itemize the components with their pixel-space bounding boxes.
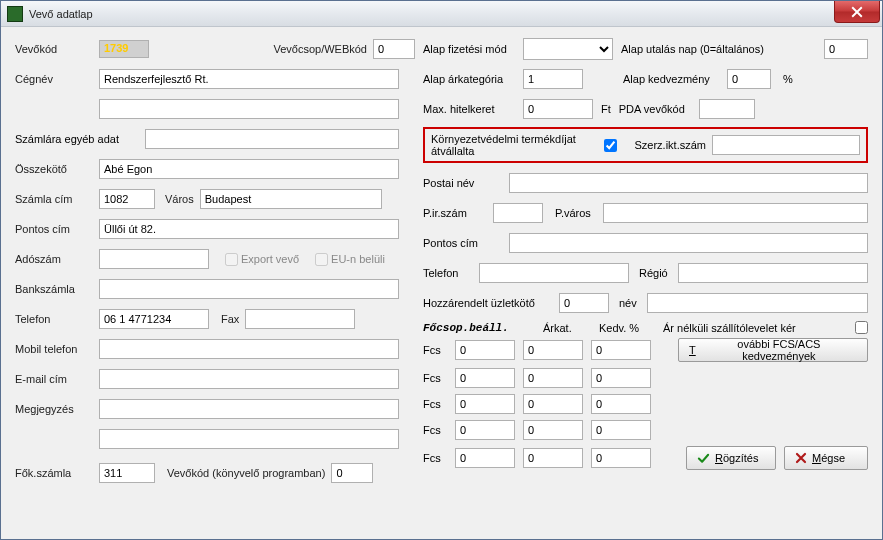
environmental-fee-box: Környezetvédelmi termékdíjat átvállalta …	[423, 127, 868, 163]
form-body: Vevőkód 1739 Vevőcsop/WEBkód Cégnév Szám…	[1, 27, 882, 537]
fcs-3-c-input[interactable]	[591, 420, 651, 440]
vevokod-label: Vevőkód	[15, 43, 99, 55]
max-hitel-input[interactable]	[523, 99, 593, 119]
percent-label: %	[771, 73, 793, 85]
varos-input[interactable]	[200, 189, 382, 209]
varos-label: Város	[155, 193, 200, 205]
szamla-irsz-input[interactable]	[99, 189, 155, 209]
korny-checkbox[interactable]	[604, 139, 617, 152]
p-pontos-cim-label: Pontos cím	[423, 237, 509, 249]
email-label: E-mail cím	[15, 373, 99, 385]
email-input[interactable]	[99, 369, 399, 389]
arkat-header: Árkat.	[543, 322, 589, 334]
fcs-3-label: Fcs	[423, 424, 447, 436]
arnelkuli-label: Ár nélküli szállítólevelet kér	[663, 322, 845, 334]
right-column: Alap fizetési mód Alap utalás nap (0=ált…	[423, 37, 868, 491]
alap-fiz-label: Alap fizetési mód	[423, 43, 523, 55]
export-vevo-label: Export vevő	[238, 253, 305, 265]
adoszam-label: Adószám	[15, 253, 99, 265]
fcs-2-a-input[interactable]	[455, 394, 515, 414]
arnelkuli-checkbox[interactable]	[855, 321, 868, 334]
mobil-input[interactable]	[99, 339, 399, 359]
tovabbi-fcs-button[interactable]: További FCS/ACS kedvezmények	[678, 338, 868, 362]
fcs-4-c-input[interactable]	[591, 448, 651, 468]
alap-utalas-label: Alap utalás nap (0=általános)	[621, 43, 824, 55]
fcs-3-a-input[interactable]	[455, 420, 515, 440]
r-telefon-input[interactable]	[479, 263, 629, 283]
fcs-0-b-input[interactable]	[523, 340, 583, 360]
eu-beluli-checkbox[interactable]	[315, 253, 328, 266]
megjegyzes2-input[interactable]	[99, 429, 399, 449]
fcs-0-c-input[interactable]	[591, 340, 651, 360]
fokszamla-input[interactable]	[99, 463, 155, 483]
alap-kedv-label: Alap kedvezmény	[623, 73, 727, 85]
eu-beluli-label: EU-n belüli	[328, 253, 391, 265]
p-pontos-cim-input[interactable]	[509, 233, 868, 253]
hozzarendelt-input[interactable]	[559, 293, 609, 313]
export-vevo-checkbox[interactable]	[225, 253, 238, 266]
pda-input[interactable]	[699, 99, 755, 119]
telefon-label: Telefon	[15, 313, 99, 325]
vevokod-konyvelo-input[interactable]	[331, 463, 373, 483]
kedv-header: Kedv. %	[599, 322, 653, 334]
bankszamla-label: Bankszámla	[15, 283, 99, 295]
fcs-0-a-input[interactable]	[455, 340, 515, 360]
fcs-3-b-input[interactable]	[523, 420, 583, 440]
szamla-egyeb-input[interactable]	[145, 129, 399, 149]
megjegyzes1-input[interactable]	[99, 399, 399, 419]
szamla-egyeb-label: Számlára egyéb adat	[15, 133, 145, 145]
cancel-button[interactable]: Mégse	[784, 446, 868, 470]
korny-label: Környezetvédelmi termékdíjat átvállalta	[431, 133, 598, 157]
megjegyzes-label: Megjegyzés	[15, 403, 99, 415]
alap-kedv-input[interactable]	[727, 69, 771, 89]
fcs-2-b-input[interactable]	[523, 394, 583, 414]
save-button[interactable]: Rögzítés	[686, 446, 776, 470]
fokszamla-label: Fők.számla	[15, 467, 99, 479]
fcs-2-label: Fcs	[423, 398, 447, 410]
fcs-0-label: Fcs	[423, 344, 447, 356]
fcs-1-a-input[interactable]	[455, 368, 515, 388]
osszekoto-input[interactable]	[99, 159, 399, 179]
close-icon	[851, 6, 863, 18]
fcs-1-label: Fcs	[423, 372, 447, 384]
max-hitel-label: Max. hitelkeret	[423, 103, 523, 115]
telefon-input[interactable]	[99, 309, 209, 329]
pirszam-input[interactable]	[493, 203, 543, 223]
app-icon	[7, 6, 23, 22]
cegnev2-input[interactable]	[99, 99, 399, 119]
postai-nev-input[interactable]	[509, 173, 868, 193]
fcs-4-b-input[interactable]	[523, 448, 583, 468]
osszekoto-label: Összekötő	[15, 163, 99, 175]
hozzarendelt-label: Hozzárendelt üzletkötő	[423, 297, 559, 309]
close-button[interactable]	[834, 1, 880, 23]
cegnev-input[interactable]	[99, 69, 399, 89]
adoszam-input[interactable]	[99, 249, 209, 269]
pvaros-input[interactable]	[603, 203, 868, 223]
fcs-2-c-input[interactable]	[591, 394, 651, 414]
pda-label: PDA vevőkód	[619, 103, 699, 115]
regio-label: Régió	[629, 267, 678, 279]
vevokod-value: 1739	[99, 40, 149, 58]
nev-input[interactable]	[647, 293, 868, 313]
szerz-label: Szerz.ikt.szám	[634, 139, 706, 151]
cegnev-label: Cégnév	[15, 73, 99, 85]
szamla-cim-label: Számla cím	[15, 193, 99, 205]
alap-arkat-input[interactable]	[523, 69, 583, 89]
vevocsop-input[interactable]	[373, 39, 415, 59]
fcs-1-c-input[interactable]	[591, 368, 651, 388]
bankszamla-input[interactable]	[99, 279, 399, 299]
focsop-header: Főcsop.beáll.	[423, 322, 533, 334]
fcs-1-b-input[interactable]	[523, 368, 583, 388]
alap-utalas-input[interactable]	[824, 39, 868, 59]
left-column: Vevőkód 1739 Vevőcsop/WEBkód Cégnév Szám…	[15, 37, 415, 491]
window-title: Vevő adatlap	[29, 8, 93, 20]
customer-form-window: Vevő adatlap Vevőkód 1739 Vevőcsop/WEBkó…	[0, 0, 883, 540]
ft-label: Ft	[593, 103, 619, 115]
alap-fiz-select[interactable]	[523, 38, 613, 60]
postai-nev-label: Postai név	[423, 177, 509, 189]
regio-input[interactable]	[678, 263, 868, 283]
pontos-cim-input[interactable]	[99, 219, 399, 239]
szerz-input[interactable]	[712, 135, 860, 155]
fcs-4-a-input[interactable]	[455, 448, 515, 468]
fax-input[interactable]	[245, 309, 355, 329]
